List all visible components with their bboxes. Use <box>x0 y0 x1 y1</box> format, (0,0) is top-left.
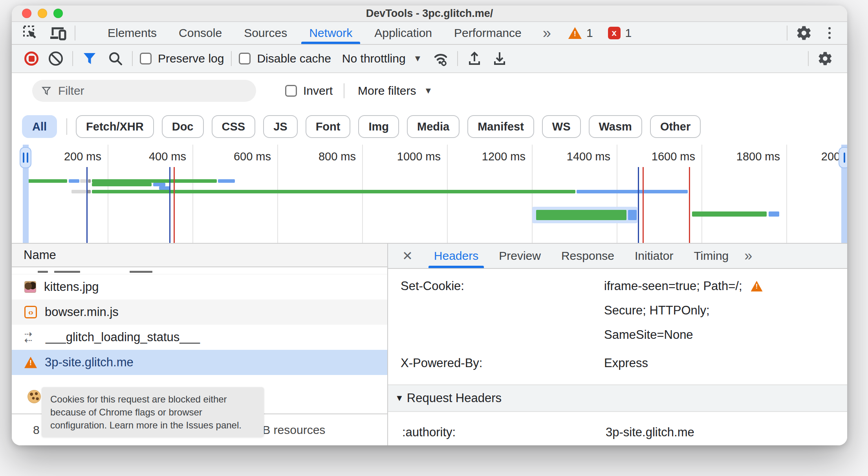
domcontentloaded-event-line <box>638 167 639 243</box>
tab-sources[interactable]: Sources <box>233 22 298 44</box>
request-name: ___glitch_loading_status___ <box>46 330 200 344</box>
timeline-tick-label: 400 ms <box>95 150 186 164</box>
clear-network-log-button[interactable] <box>46 49 65 68</box>
request-row-bowser-min-js[interactable]: ‹›bowser.min.js <box>12 300 387 325</box>
overview-left-grip[interactable] <box>20 147 31 168</box>
details-tab-timing[interactable]: Timing <box>683 244 739 268</box>
resource-type-filter-row: AllFetch/XHRDocCSSJSFontImgMediaManifest… <box>12 108 847 145</box>
domcontentloaded-event-line <box>169 167 170 243</box>
details-tab-preview[interactable]: Preview <box>489 244 551 268</box>
tab-application[interactable]: Application <box>363 22 443 44</box>
waterfall-bar <box>153 183 165 186</box>
devtools-window: DevTools - 3pc.glitch.me/ ElementsConsol… <box>12 6 847 445</box>
panel-tabs: ElementsConsoleSourcesNetworkApplication… <box>97 22 533 44</box>
network-overview-timeline[interactable]: 200 ms400 ms600 ms800 ms1000 ms1200 ms14… <box>12 145 847 244</box>
network-conditions-icon[interactable] <box>431 49 450 68</box>
kebab-menu-icon[interactable] <box>825 27 834 39</box>
resource-filter-chip-doc[interactable]: Doc <box>162 115 204 138</box>
filter-icon[interactable] <box>80 49 99 68</box>
resource-filter-chip-js[interactable]: JS <box>263 115 297 138</box>
details-tab-headers[interactable]: Headers <box>424 244 489 268</box>
overview-right-grip[interactable] <box>839 147 847 168</box>
header-value-text: Express <box>604 356 648 370</box>
image-thumbnail-icon <box>24 281 36 293</box>
divider <box>75 26 75 40</box>
network-settings-gear-icon[interactable] <box>816 49 835 68</box>
more-filters-dropdown[interactable]: More filters ▼ <box>358 84 432 97</box>
tab-performance[interactable]: Performance <box>443 22 533 44</box>
more-filters-label: More filters <box>358 84 416 97</box>
request-row-glitch-loading-status[interactable]: ⇢⇠___glitch_loading_status___ <box>12 325 387 350</box>
script-file-icon: ‹› <box>24 306 37 318</box>
waterfall-bar <box>92 190 575 193</box>
waterfall-bar <box>69 179 79 183</box>
request-row-kittens-jpg[interactable]: kittens.jpg <box>12 274 387 300</box>
resource-filter-chip-fetch-xhr[interactable]: Fetch/XHR <box>76 115 154 138</box>
resource-filter-chip-css[interactable]: CSS <box>212 115 256 138</box>
error-count: 1 <box>625 26 632 40</box>
disable-cache-label: Disable cache <box>257 52 331 65</box>
resource-filter-chip-other[interactable]: Other <box>650 115 701 138</box>
waterfall-bar <box>628 210 637 220</box>
tab-elements[interactable]: Elements <box>97 22 168 44</box>
device-toolbar-icon[interactable] <box>49 24 68 42</box>
tab-console[interactable]: Console <box>168 22 233 44</box>
response-header-row: Set-Cookie:iframe-seen=true; Path=/;!Sec… <box>388 279 847 352</box>
request-name: 3p-site.glitch.me <box>45 355 134 369</box>
timeline-tick-label: 1400 ms <box>519 150 610 164</box>
resource-filter-chip-ws[interactable]: WS <box>542 115 581 138</box>
details-tab-initiator[interactable]: Initiator <box>624 244 683 268</box>
request-headers-section-header[interactable]: ▼Request Headers <box>388 385 847 412</box>
name-column-header[interactable]: Name <box>12 244 387 267</box>
throttling-select[interactable]: No throttling ▼ <box>342 52 422 65</box>
tab-network[interactable]: Network <box>298 22 363 44</box>
preserve-log-label: Preserve log <box>158 52 224 65</box>
invert-label: Invert <box>303 84 333 97</box>
filter-row: Invert More filters ▼ <box>12 73 847 108</box>
filter-input-pill[interactable] <box>32 80 256 102</box>
disable-cache-checkbox[interactable] <box>239 53 251 64</box>
waterfall-bar <box>692 211 767 217</box>
network-toolbar: Preserve log Disable cache No throttling… <box>12 45 847 73</box>
inspect-element-icon[interactable] <box>21 24 40 42</box>
resource-filter-chip-img[interactable]: Img <box>358 115 399 138</box>
request-details-pane: ✕ HeadersPreviewResponseInitiatorTiming … <box>388 244 847 445</box>
waterfall-bar <box>577 190 688 193</box>
resource-filter-chip-media[interactable]: Media <box>407 115 460 138</box>
more-panels-icon[interactable]: » <box>543 25 549 42</box>
cookie-icon <box>27 390 41 403</box>
request-table-pane: Name kittens.jpg‹›bowser.min.js⇢⇠___glit… <box>12 244 388 445</box>
waterfall-bar <box>92 179 217 183</box>
divider <box>72 51 73 66</box>
resource-filter-chip-font[interactable]: Font <box>306 115 351 138</box>
record-network-log-button[interactable] <box>22 49 41 68</box>
more-detail-tabs-icon[interactable]: » <box>744 248 751 264</box>
resource-filter-chip-wasm[interactable]: Wasm <box>589 115 642 138</box>
header-name: X-Powered-By: <box>401 356 604 380</box>
header-value-line: SameSite=None <box>604 328 847 342</box>
timeline-tick-label: 600 ms <box>180 150 271 164</box>
request-row-3p-site-glitch-me[interactable]: !3p-site.glitch.me <box>12 350 387 375</box>
warning-icon: ! <box>568 27 582 39</box>
preserve-log-checkbox[interactable] <box>140 53 152 64</box>
warning-icon[interactable]: ! <box>751 281 763 292</box>
console-error-badge[interactable]: x 1 <box>608 26 632 40</box>
details-tab-response[interactable]: Response <box>551 244 624 268</box>
close-details-icon[interactable]: ✕ <box>402 248 413 263</box>
settings-gear-icon[interactable] <box>795 24 813 42</box>
resource-filter-chip-manifest[interactable]: Manifest <box>467 115 534 138</box>
header-name: :authority: <box>402 425 606 439</box>
load-event-line <box>174 167 175 243</box>
name-header-label: Name <box>24 248 56 262</box>
invert-checkbox[interactable] <box>285 85 297 97</box>
import-har-icon[interactable] <box>465 49 484 68</box>
filter-funnel-icon <box>42 86 51 96</box>
timeline-tick-label: 1600 ms <box>604 150 695 164</box>
filter-input[interactable] <box>58 84 247 97</box>
issues-warning-badge[interactable]: ! 1 <box>568 26 593 40</box>
header-value-text: SameSite=None <box>604 328 693 342</box>
header-value: Express <box>604 356 847 380</box>
resource-filter-chip-all[interactable]: All <box>22 115 57 138</box>
export-har-icon[interactable] <box>490 49 509 68</box>
search-icon[interactable] <box>106 49 125 68</box>
